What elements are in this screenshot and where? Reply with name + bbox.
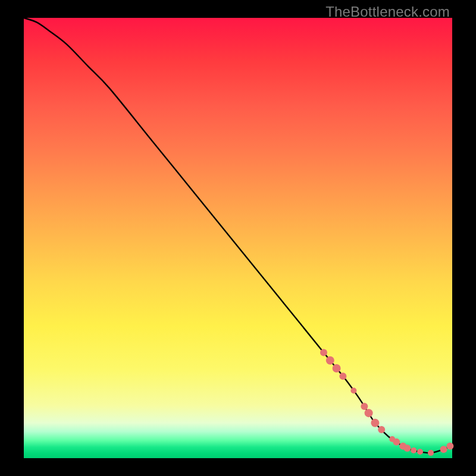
marker-dot [339,372,346,380]
marker-dot [393,439,400,446]
chart-svg [24,18,452,458]
marker-dot [371,419,379,427]
marker-dot [365,409,373,417]
marker-dot [350,388,356,394]
marker-dot [361,403,368,410]
marker-dot [403,444,411,452]
marker-dot [378,426,385,433]
marker-dot [428,450,434,456]
marker-dot [440,446,447,453]
bottleneck-curve [24,18,452,453]
marker-dot [320,349,327,356]
plot-area [24,18,452,458]
marker-dot [417,449,423,455]
marker-group [320,349,453,456]
marker-dot [411,447,416,453]
chart-stage: TheBottleneck.com [0,0,476,476]
marker-dot [446,443,453,450]
marker-dot [326,356,334,365]
marker-dot [333,364,341,372]
